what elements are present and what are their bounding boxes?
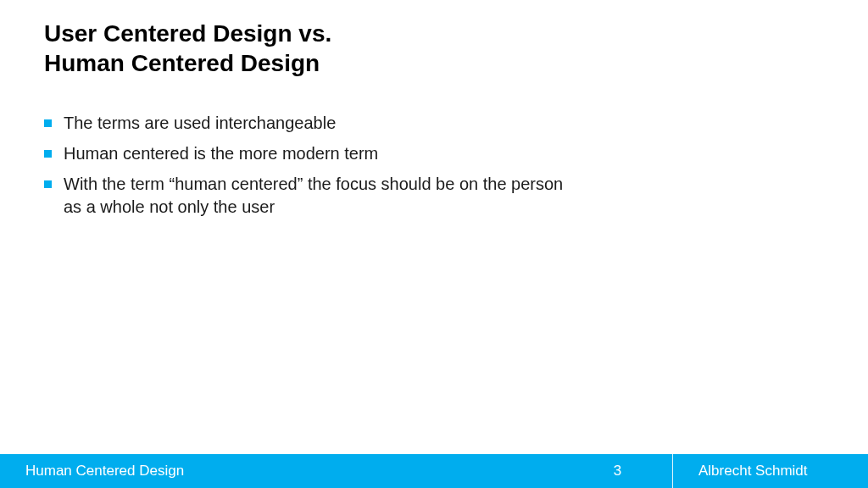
bullet-text: Human centered is the more modern term (64, 142, 570, 165)
bullet-text: The terms are used interchangeable (64, 112, 570, 135)
bullet-icon (44, 180, 52, 188)
slide-body: The terms are used interchangeable Human… (44, 112, 570, 226)
slide: User Centered Design vs. Human Centered … (0, 0, 868, 488)
footer-author: Albrecht Schmidt (673, 454, 868, 488)
slide-title: User Centered Design vs. Human Centered … (44, 19, 331, 78)
slide-footer: Human Centered Design 3 Albrecht Schmidt (0, 454, 868, 488)
list-item: Human centered is the more modern term (44, 142, 570, 165)
list-item: With the term “human centered” the focus… (44, 173, 570, 219)
bullet-icon (44, 150, 52, 158)
bullet-text: With the term “human centered” the focus… (64, 173, 570, 219)
footer-page-number: 3 (563, 454, 673, 488)
bullet-icon (44, 119, 52, 127)
list-item: The terms are used interchangeable (44, 112, 570, 135)
footer-course: Human Centered Design (0, 454, 563, 488)
